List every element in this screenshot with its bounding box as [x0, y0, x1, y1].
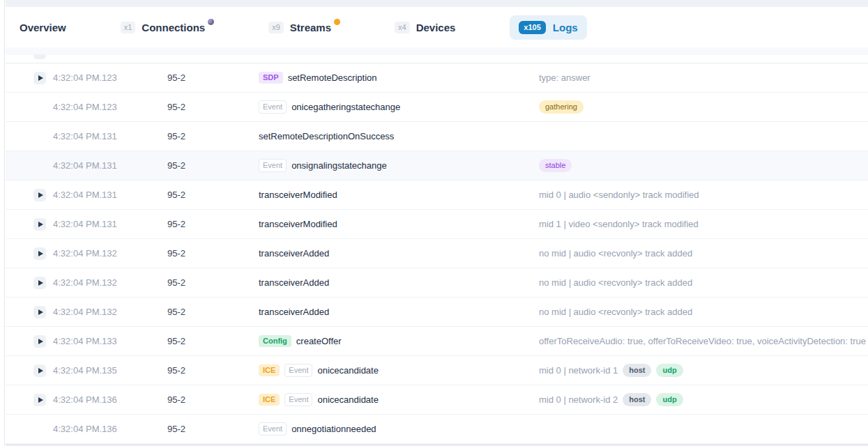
detail-text: mid 1 | video <sendonly> track modified [539, 219, 699, 229]
expand-row-button[interactable] [33, 364, 46, 377]
play-icon [38, 192, 43, 198]
log-timestamp: 4:32:04 PM.131 [53, 131, 167, 141]
log-row[interactable]: 4:32:04 PM.12395-2SDPsetRemoteDescriptio… [6, 63, 868, 93]
log-timestamp: 4:32:04 PM.131 [53, 160, 167, 171]
log-timestamp: 4:32:04 PM.136 [53, 394, 167, 405]
logs-panel: Overviewx1Connectionsx9Streamsx4Devicesx… [6, 0, 868, 446]
event-badge: Event [259, 159, 287, 172]
detail-cell: mid 0 | network-id 2hostudp [539, 393, 868, 406]
expand-cell [33, 72, 53, 84]
expand-row-button[interactable] [33, 218, 46, 231]
log-row[interactable]: 4:32:04 PM.13695-2Eventonnegotiationneed… [6, 415, 868, 444]
log-row[interactable]: 4:32:04 PM.13295-2transceiverAddedno mid… [6, 268, 868, 298]
tab-label: Devices [416, 22, 456, 33]
event-name: onnegotiationneeded [291, 424, 376, 434]
tab-overview[interactable]: Overview [20, 22, 66, 33]
host-pill: host [623, 393, 651, 406]
event-cell: transceiverAdded [259, 307, 539, 317]
panel-divider [0, 0, 5, 446]
log-row[interactable]: 4:32:04 PM.13695-2ICEEventonicecandidate… [6, 385, 868, 415]
connection-id: 95-2 [167, 307, 259, 317]
detail-cell: mid 1 | video <sendonly> track modified [539, 219, 868, 229]
expand-row-button[interactable] [33, 335, 46, 348]
log-row[interactable]: 4:32:04 PM.13195-2setRemoteDescriptionOn… [6, 122, 868, 151]
event-name: onicecandidate [317, 394, 378, 405]
event-badge: Event [259, 100, 287, 114]
log-table: 4:32:04 PM.12395-2SDPsetRemoteDescriptio… [6, 63, 868, 444]
config-badge: Config [259, 335, 291, 347]
expand-row-button[interactable] [33, 306, 46, 318]
tab-streams[interactable]: x9Streams [268, 22, 340, 33]
log-row[interactable]: 4:32:04 PM.13295-2transceiverAddedno mid… [6, 298, 868, 327]
expand-cell [33, 247, 53, 260]
log-row[interactable]: 4:32:04 PM.13195-2Eventonsignalingstatec… [6, 151, 868, 180]
connection-id: 95-2 [167, 219, 259, 229]
expand-row-button[interactable] [33, 277, 46, 289]
connection-id: 95-2 [167, 160, 259, 171]
expand-cell [33, 335, 53, 348]
log-timestamp: 4:32:04 PM.136 [53, 424, 167, 434]
event-badge: Event [259, 422, 287, 436]
sdp-badge: SDP [259, 72, 283, 84]
event-name: onicegatheringstatechange [291, 102, 400, 112]
connection-id: 95-2 [167, 336, 259, 346]
detail-cell: type: answer [539, 72, 868, 83]
tab-count-badge: x105 [519, 21, 545, 34]
log-row[interactable]: 4:32:04 PM.12395-2Eventonicegatheringsta… [6, 93, 868, 122]
tab-count-badge: x9 [268, 22, 284, 33]
detail-text: mid 0 | audio <sendonly> track modified [539, 190, 699, 200]
log-timestamp: 4:32:04 PM.132 [53, 277, 167, 288]
detail-cell: offerToReceiveAudio: true, offerToReceiv… [539, 336, 868, 346]
play-icon [38, 368, 43, 374]
expand-row-button[interactable] [33, 394, 46, 406]
tab-status-dot-icon [208, 19, 214, 25]
log-row[interactable]: 4:32:04 PM.13195-2transceiverModifiedmid… [6, 180, 868, 210]
play-icon [38, 251, 43, 256]
log-row[interactable]: 4:32:04 PM.13195-2transceiverModifiedmid… [6, 210, 868, 239]
tab-label: Connections [142, 22, 205, 33]
tab-connections[interactable]: x1Connections [121, 22, 214, 33]
log-row[interactable]: 4:32:04 PM.13295-2transceiverAddedno mid… [6, 239, 868, 268]
expand-cell [33, 218, 53, 231]
event-name: setRemoteDescriptionOnSuccess [259, 131, 394, 141]
expand-row-button[interactable] [33, 189, 46, 201]
event-name: createOffer [296, 336, 342, 346]
tab-logs[interactable]: x105Logs [510, 15, 586, 40]
connection-id: 95-2 [167, 190, 259, 200]
clipped-row-background [6, 47, 868, 55]
tab-count-badge: x1 [121, 22, 136, 33]
stable-pill: stable [539, 159, 572, 172]
detail-cell: no mid | audio <recvonly> track added [539, 277, 868, 288]
event-cell: ICEEventonicecandidate [259, 393, 539, 406]
detail-cell: mid 0 | audio <sendonly> track modified [539, 190, 868, 200]
log-row[interactable]: 4:32:04 PM.13595-2ICEEventonicecandidate… [6, 356, 868, 385]
tab-devices[interactable]: x4Devices [395, 22, 455, 33]
log-timestamp: 4:32:04 PM.131 [53, 190, 167, 200]
event-name: setRemoteDescription [288, 72, 377, 83]
log-timestamp: 4:32:04 PM.135 [53, 365, 167, 376]
play-icon [38, 280, 43, 286]
event-name: transceiverModified [259, 190, 337, 200]
event-cell: transceiverModified [259, 219, 539, 229]
clipped-expand-button[interactable] [33, 54, 46, 59]
event-badge: Event [284, 364, 312, 377]
content-card: Overviewx1Connectionsx9Streamsx4Devicesx… [6, 7, 868, 446]
expand-cell [33, 394, 53, 406]
detail-cell: no mid | audio <recvonly> track added [539, 248, 868, 259]
expand-row-button[interactable] [33, 247, 46, 260]
detail-cell: mid 0 | network-id 1hostudp [539, 364, 868, 377]
event-cell: setRemoteDescriptionOnSuccess [259, 131, 539, 141]
event-cell: Eventonsignalingstatechange [259, 159, 539, 172]
udp-pill: udp [656, 393, 683, 406]
detail-cell: no mid | audio <recvonly> track added [539, 307, 868, 317]
expand-cell [33, 364, 53, 377]
event-cell: ConfigcreateOffer [259, 335, 539, 347]
host-pill: host [623, 364, 651, 377]
event-name: transceiverModified [259, 219, 337, 229]
expand-row-button[interactable] [33, 72, 46, 84]
log-timestamp: 4:32:04 PM.123 [53, 72, 167, 83]
connection-id: 95-2 [167, 72, 259, 83]
detail-cell: gathering [539, 100, 868, 114]
play-icon [38, 339, 43, 344]
log-row[interactable]: 4:32:04 PM.13395-2ConfigcreateOfferoffer… [6, 327, 868, 356]
